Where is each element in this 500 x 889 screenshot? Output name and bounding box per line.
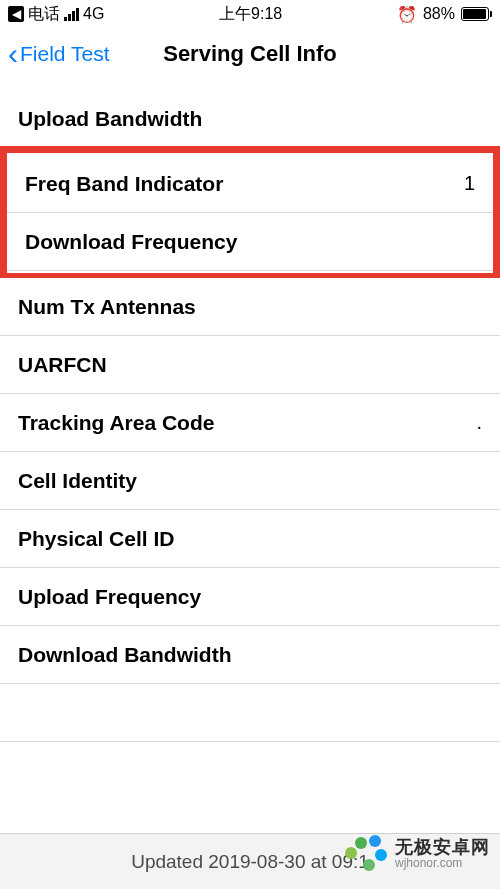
battery-icon: [461, 7, 492, 21]
signal-icon: [64, 8, 79, 21]
row-value: .: [476, 411, 482, 434]
row-download-bandwidth[interactable]: Download Bandwidth: [0, 626, 500, 684]
carrier-label: 电话: [28, 4, 60, 25]
row-label: Physical Cell ID: [18, 527, 174, 551]
row-label: UARFCN: [18, 353, 107, 377]
battery-pct: 88%: [423, 5, 455, 23]
row-empty: [0, 684, 500, 742]
highlight-annotation: Freq Band Indicator 1 Download Frequency: [0, 146, 500, 280]
watermark-text: 无极安卓网 wjhonor.com: [395, 838, 490, 871]
row-label: Num Tx Antennas: [18, 295, 196, 319]
row-label: Download Bandwidth: [18, 643, 231, 667]
status-left: ◀ 电话 4G: [8, 4, 104, 25]
row-label: Cell Identity: [18, 469, 137, 493]
row-label: Tracking Area Code: [18, 411, 214, 435]
row-uarfcn[interactable]: UARFCN: [0, 336, 500, 394]
row-num-tx-antennas[interactable]: Num Tx Antennas: [0, 278, 500, 336]
chevron-left-icon: ‹: [8, 39, 18, 69]
updated-label: Updated 2019-08-30 at 09:1: [131, 851, 369, 873]
watermark-url: wjhonor.com: [395, 857, 490, 870]
row-cell-identity[interactable]: Cell Identity: [0, 452, 500, 510]
clock-label: 上午9:18: [219, 4, 282, 25]
row-physical-cell-id[interactable]: Physical Cell ID: [0, 510, 500, 568]
row-label: Freq Band Indicator: [25, 172, 223, 196]
row-upload-frequency[interactable]: Upload Frequency: [0, 568, 500, 626]
status-bar: ◀ 电话 4G 上午9:18 ⏰ 88%: [0, 0, 500, 28]
nav-bar: ‹ Field Test Serving Cell Info: [0, 28, 500, 80]
row-tracking-area-code[interactable]: Tracking Area Code .: [0, 394, 500, 452]
row-label: Upload Frequency: [18, 585, 201, 609]
row-label: Upload Bandwidth: [18, 107, 202, 131]
info-list: Upload Bandwidth Freq Band Indicator 1 D…: [0, 90, 500, 742]
row-value: 1: [464, 172, 475, 195]
network-label: 4G: [83, 5, 104, 23]
nav-back-button[interactable]: ‹ Field Test: [8, 39, 110, 69]
watermark: 无极安卓网 wjhonor.com: [345, 833, 490, 875]
row-freq-band-indicator[interactable]: Freq Band Indicator 1: [7, 155, 493, 213]
alarm-icon: ⏰: [397, 5, 417, 24]
watermark-name: 无极安卓网: [395, 838, 490, 858]
breadcrumb-back-icon[interactable]: ◀: [8, 6, 24, 22]
row-upload-bandwidth[interactable]: Upload Bandwidth: [0, 90, 500, 148]
nav-back-label: Field Test: [20, 42, 110, 66]
row-label: Download Frequency: [25, 230, 237, 254]
status-right: ⏰ 88%: [397, 5, 492, 24]
row-download-frequency[interactable]: Download Frequency: [7, 213, 493, 271]
watermark-logo-icon: [345, 833, 387, 875]
